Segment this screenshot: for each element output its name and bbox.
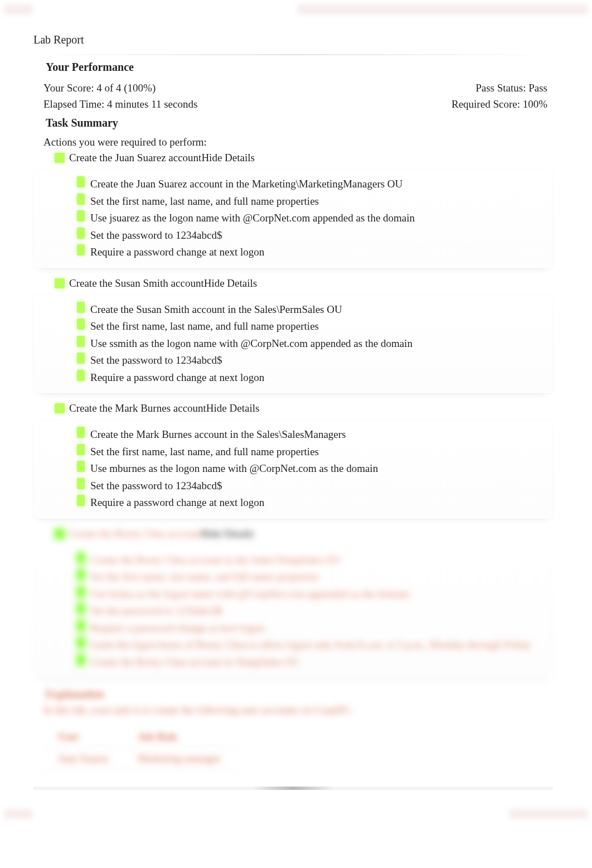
task-detail-text: Create the Juan Suarez account in the Ma…: [90, 176, 402, 192]
task-detail-item: Create the Borey Chea account in TempSal…: [77, 654, 543, 671]
page-body: Lab Report Your Performance Your Score: …: [0, 0, 592, 823]
check-icon: [77, 244, 85, 255]
task-item: Create the Juan Suarez accountHide Detai…: [55, 152, 553, 164]
task-item: Create the Mark Burnes accountHide Detai…: [55, 402, 553, 414]
task-detail-item: Use mburnes as the logon name with @Corp…: [77, 461, 543, 477]
task-detail-item: Set the first name, last name, and full …: [77, 194, 543, 210]
check-icon: [77, 637, 85, 648]
task-detail-text: Require a password change at next logon: [90, 370, 264, 386]
divider: [33, 54, 553, 55]
blurred-content: Create the Borey Chea accountHide Detail…: [33, 528, 553, 770]
task-item: Create the Susan Smith accountHide Detai…: [55, 277, 553, 290]
footer-blur-right: [509, 809, 588, 819]
task-detail-item: Use bchea as the logon name with @CorpNe…: [77, 586, 543, 602]
task-detail-item: Set the password to 1234abcd$: [77, 478, 543, 494]
task-details-block: Create the Juan Suarez account in the Ma…: [33, 170, 553, 268]
check-icon: [77, 302, 85, 313]
table-header: User: [43, 726, 123, 748]
score-row: Your Score: 4 of 4 (100%) Pass Status: P…: [33, 80, 553, 97]
task-detail-text: Use mburnes as the logon name with @Corp…: [90, 461, 378, 477]
task-detail-text: Use ssmith as the logon name with @CorpN…: [90, 336, 413, 352]
task-detail-text: Set the first name, last name, and full …: [90, 569, 319, 585]
task-detail-text: Create the Susan Smith account in the Sa…: [90, 302, 342, 318]
task-detail-text: Create the Borey Chea account in the Sal…: [90, 552, 341, 568]
performance-heading: Your Performance: [46, 61, 553, 74]
check-icon: [77, 370, 85, 381]
performance-panel: Your Performance Your Score: 4 of 4 (100…: [33, 54, 553, 770]
task-detail-item: Use ssmith as the logon name with @CorpN…: [77, 336, 543, 352]
task-detail-text: Set the first name, last name, and full …: [90, 319, 319, 335]
check-icon: [77, 620, 85, 631]
elapsed-value: 4 minutes 11 seconds: [107, 98, 197, 110]
task-detail-item: Create the Susan Smith account in the Sa…: [77, 302, 543, 318]
check-icon: [77, 444, 85, 455]
task-detail-item: Create the Mark Burnes account in the Sa…: [77, 427, 543, 443]
check-icon: [55, 153, 65, 163]
page-title: Lab Report: [33, 33, 553, 46]
task-detail-text: Use jsuarez as the logon name with @Corp…: [90, 210, 415, 226]
task-detail-item: Set the password to 1234abcd$: [77, 228, 543, 244]
task-title: Create the Mark Burnes account: [69, 402, 206, 414]
required-label: Required Score:: [452, 98, 523, 110]
hide-details-link[interactable]: Hide Details: [206, 402, 260, 414]
task-detail-text: Set the password to 1234abcd$: [90, 478, 222, 494]
table-cell: Juan Suarez: [43, 748, 123, 770]
check-icon: [77, 495, 85, 506]
check-icon: [55, 529, 65, 539]
task-detail-text: Set the password to 1234abcd$: [90, 353, 222, 369]
task-detail-item: Create the Borey Chea account in the Sal…: [77, 552, 543, 568]
required-value: 100%: [523, 98, 547, 110]
task-detail-text: Limit the logon hours of Borey Chea to a…: [90, 637, 531, 653]
task-detail-text: Require a password change at next logon: [90, 495, 264, 511]
task-detail-item: Set the first name, last name, and full …: [77, 319, 543, 335]
task-item: Create the Borey Chea accountHide Detail…: [55, 528, 553, 540]
table-cell: Marketing manager: [123, 748, 235, 770]
task-detail-text: Create the Mark Burnes account in the Sa…: [90, 427, 346, 443]
task-title: Create the Borey Chea account: [69, 528, 201, 540]
task-detail-item: Set the password to 1234abcd$: [77, 603, 543, 619]
check-icon: [77, 478, 85, 489]
check-icon: [77, 569, 85, 580]
task-title: Create the Juan Suarez account: [69, 152, 201, 164]
pass-label: Pass Status:: [475, 82, 528, 94]
explanation-intro: In this lab, your task is to create the …: [43, 704, 553, 716]
footer-blur-left: [4, 809, 32, 819]
task-details-block: Create the Borey Chea account in the Sal…: [33, 546, 553, 678]
task-title: Create the Susan Smith account: [69, 277, 204, 290]
time-row: Elapsed Time: 4 minutes 11 seconds Requi…: [33, 97, 553, 113]
check-icon: [77, 210, 85, 221]
score-label: Your Score:: [43, 82, 96, 94]
check-icon: [77, 319, 85, 330]
pass-value: Pass: [528, 82, 547, 94]
hide-details-link[interactable]: Hide Details: [204, 277, 258, 290]
check-icon: [55, 278, 65, 288]
check-icon: [77, 461, 85, 472]
task-detail-item: Set the first name, last name, and full …: [77, 569, 543, 585]
task-detail-item: Set the password to 1234abcd$: [77, 353, 543, 369]
task-detail-item: Use jsuarez as the logon name with @Corp…: [77, 210, 543, 226]
task-detail-item: Limit the logon hours of Borey Chea to a…: [77, 637, 543, 653]
task-detail-item: Require a password change at next logon: [77, 620, 543, 636]
footer-divider: [33, 787, 553, 790]
task-summary-intro: Actions you were required to perform:: [43, 136, 553, 148]
check-icon: [77, 336, 85, 347]
task-detail-text: Set the first name, last name, and full …: [90, 444, 319, 460]
table-header: Job Role: [123, 726, 235, 748]
task-detail-text: Set the password to 1234abcd$: [90, 603, 222, 619]
task-detail-item: Require a password change at next logon: [77, 495, 543, 511]
score-value: 4 of 4 (100%): [96, 82, 156, 94]
check-icon: [77, 427, 85, 438]
check-icon: [77, 228, 85, 239]
task-detail-text: Set the first name, last name, and full …: [90, 194, 319, 210]
check-icon: [77, 353, 85, 364]
table-row: Juan SuarezMarketing manager: [43, 748, 236, 770]
check-icon: [55, 403, 65, 413]
explanation-heading: Explanation: [46, 688, 553, 701]
check-icon: [77, 552, 85, 563]
check-icon: [77, 176, 85, 187]
hide-details-link[interactable]: Hide Details: [201, 528, 254, 540]
hide-details-link[interactable]: Hide Details: [201, 152, 255, 164]
task-detail-item: Set the first name, last name, and full …: [77, 444, 543, 460]
task-detail-text: Set the password to 1234abcd$: [90, 228, 222, 244]
task-detail-item: Create the Juan Suarez account in the Ma…: [77, 176, 543, 192]
